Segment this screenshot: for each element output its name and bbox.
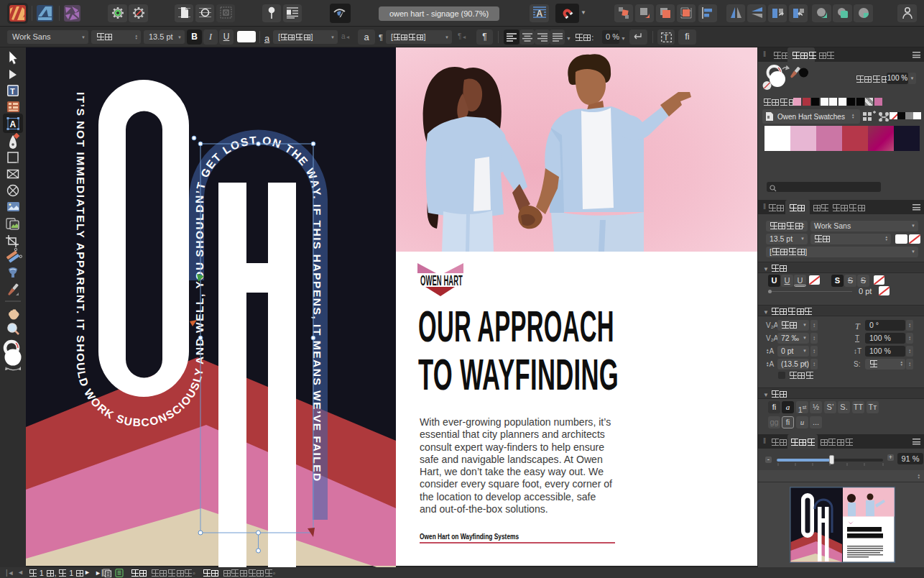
svg-text:A: A	[537, 9, 543, 19]
svg-text:T: T	[664, 33, 669, 42]
svg-text:T: T	[10, 87, 15, 96]
svg-text:A: A	[10, 119, 17, 129]
